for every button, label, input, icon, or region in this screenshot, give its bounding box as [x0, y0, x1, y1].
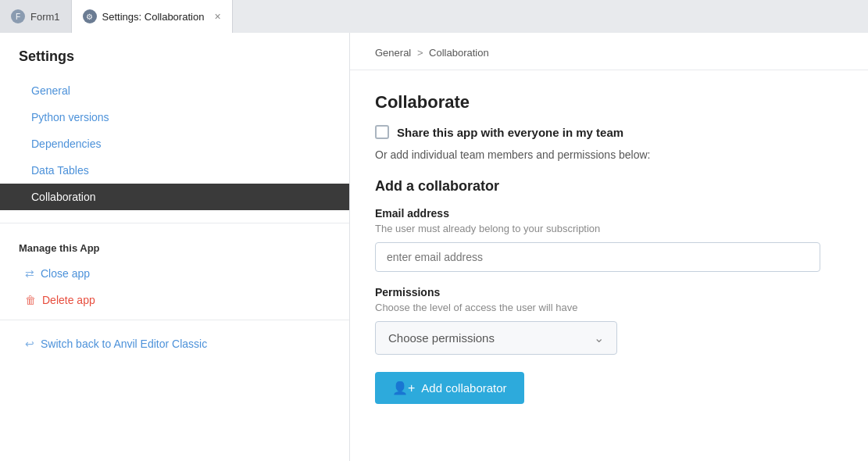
breadcrumb-collaboration: Collaboration	[429, 47, 489, 59]
sidebar-delete-app[interactable]: 🗑 Delete app	[0, 287, 349, 313]
email-input[interactable]	[375, 242, 820, 272]
breadcrumb-separator: >	[417, 47, 423, 59]
add-collaborator-button[interactable]: 👤+ Add collaborator	[375, 372, 524, 404]
permissions-dropdown[interactable]: Choose permissions ⌄	[375, 321, 617, 355]
sidebar-nav: General Python versions Dependencies Dat…	[0, 77, 349, 216]
sidebar-item-dependencies[interactable]: Dependencies	[0, 130, 349, 157]
sidebar-item-general[interactable]: General	[0, 77, 349, 104]
sidebar-divider-1	[0, 223, 349, 223]
close-tab-button[interactable]: ×	[214, 11, 220, 22]
sidebar-item-data-tables[interactable]: Data Tables	[0, 157, 349, 184]
tab-form1[interactable]: F Form1	[0, 0, 72, 33]
switch-back-label: Switch back to Anvil Editor Classic	[41, 338, 207, 350]
delete-app-icon: 🗑	[25, 294, 36, 306]
sidebar-divider-2	[0, 320, 349, 320]
or-text: Or add individual team members and permi…	[375, 148, 843, 161]
chevron-down-icon: ⌄	[594, 331, 604, 345]
sidebar-switch-back[interactable]: ↩ Switch back to Anvil Editor Classic	[0, 327, 349, 361]
sidebar-manage-title: Manage this App	[0, 230, 349, 260]
main-layout: Settings General Python versions Depende…	[0, 33, 868, 461]
delete-app-label: Delete app	[42, 294, 95, 306]
add-collaborator-label: Add collaborator	[421, 381, 506, 395]
sidebar: Settings General Python versions Depende…	[0, 33, 350, 461]
switch-back-icon: ↩	[25, 338, 34, 350]
share-label: Share this app with everyone in my team	[397, 126, 623, 139]
page-title: Collaborate	[375, 92, 843, 113]
tab-form1-label: Form1	[30, 11, 60, 23]
tab-bar: F Form1 ⚙ Settings: Collaboration ×	[0, 0, 868, 33]
permissions-dropdown-label: Choose permissions	[388, 331, 495, 345]
permissions-hint: Choose the level of access the user will…	[375, 302, 843, 313]
content-body: Collaborate Share this app with everyone…	[350, 70, 868, 426]
sidebar-close-app[interactable]: ⇄ Close app	[0, 260, 349, 287]
email-label: Email address	[375, 207, 843, 220]
gear-icon: ⚙	[83, 9, 97, 23]
add-person-icon: 👤+	[392, 381, 415, 395]
sidebar-item-python-versions[interactable]: Python versions	[0, 104, 349, 130]
sidebar-title: Settings	[0, 33, 349, 77]
permissions-label: Permissions	[375, 286, 843, 298]
sidebar-item-collaboration[interactable]: Collaboration	[0, 184, 349, 210]
share-checkbox-row: Share this app with everyone in my team	[375, 125, 843, 139]
content-area: General > Collaboration Collaborate Shar…	[350, 33, 868, 461]
share-checkbox[interactable]	[375, 125, 389, 139]
tab-settings-collaboration[interactable]: ⚙ Settings: Collaboration ×	[72, 0, 233, 33]
tab-settings-label: Settings: Collaboration	[102, 11, 205, 23]
breadcrumb[interactable]: General > Collaboration	[350, 33, 868, 70]
add-collaborator-title: Add a collaborator	[375, 178, 843, 195]
breadcrumb-general: General	[375, 47, 411, 59]
form-icon: F	[11, 9, 25, 23]
close-app-icon: ⇄	[25, 267, 34, 280]
email-hint: The user must already belong to your sub…	[375, 223, 843, 234]
close-app-label: Close app	[41, 267, 90, 280]
